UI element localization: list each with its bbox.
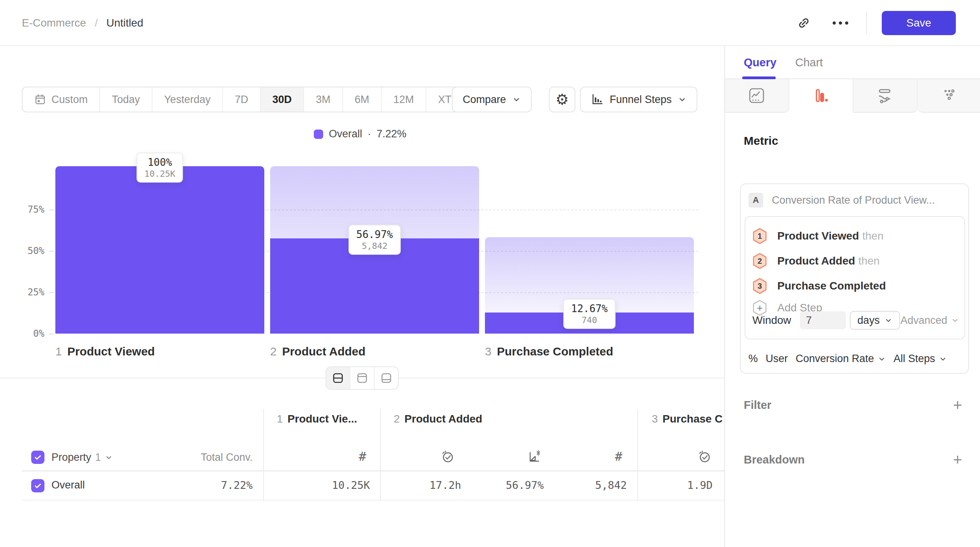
cell-total-conversion: 7.22%: [221, 479, 253, 491]
layout-chart-only-toggle[interactable]: [350, 367, 375, 389]
chart-settings-button[interactable]: ⚙: [549, 87, 575, 112]
compare-button[interactable]: Compare: [452, 87, 532, 112]
conversion-rate-trend-icon[interactable]: [527, 449, 541, 464]
chart-type-line[interactable]: [725, 79, 789, 113]
y-tick: [49, 251, 54, 252]
percent-symbol[interactable]: %: [748, 353, 758, 365]
window-unit-select[interactable]: days: [850, 311, 900, 330]
range-label: Custom: [51, 94, 88, 106]
link-icon: [796, 16, 811, 30]
row-checkbox-overall[interactable]: [31, 479, 44, 492]
measure-metric-label: Conversion Rate: [796, 353, 874, 365]
table-col-step3-header[interactable]: 3 Purchase C: [652, 413, 723, 425]
cell-step3-time: 1.9D: [687, 479, 713, 491]
select-all-checkbox[interactable]: [31, 451, 44, 464]
range-custom[interactable]: Custom: [23, 87, 100, 112]
breadcrumb-separator: /: [95, 17, 98, 29]
range-3m[interactable]: 3M: [304, 87, 343, 112]
tab-query[interactable]: Query: [744, 46, 777, 79]
table-header-border: [22, 471, 724, 471]
legend-swatch: [314, 130, 323, 139]
y-tick: [49, 210, 54, 210]
table-col-step1-header[interactable]: 1 Product Vie...: [277, 413, 357, 425]
save-button[interactable]: Save: [882, 11, 956, 35]
advanced-toggle[interactable]: Advanced: [900, 314, 959, 327]
range-label: 7D: [235, 94, 248, 106]
time-to-convert-icon[interactable]: [697, 449, 711, 464]
report-main: Custom Today Yesterday 7D 30D 3M 6M 12M …: [0, 46, 724, 547]
cell-step2-rate: 56.97%: [506, 479, 544, 491]
query-step-2[interactable]: 2 Product Added then: [752, 253, 880, 269]
metric-card: A Conversion Rate of Product View... 1 P…: [740, 183, 969, 374]
y-tick-label-75: 75%: [17, 204, 44, 215]
measure-metric-select[interactable]: Conversion Rate: [796, 353, 886, 365]
add-breakdown-button[interactable]: +: [953, 452, 962, 467]
range-label: Yesterday: [164, 94, 211, 106]
breadcrumb-current[interactable]: Untitled: [106, 17, 143, 29]
metric-series-row[interactable]: A Conversion Rate of Product View...: [748, 193, 935, 208]
row-label-overall[interactable]: Overall: [51, 479, 85, 491]
check-icon: [34, 481, 42, 490]
top-actions: Save: [793, 0, 956, 46]
range-today[interactable]: Today: [100, 87, 152, 112]
calendar-icon: [34, 94, 46, 105]
funnel-steps-icon: [591, 93, 603, 106]
query-step-1[interactable]: 1 Product Viewed then: [752, 228, 884, 244]
window-value-input[interactable]: [800, 311, 846, 329]
table-column-divider: [380, 409, 381, 501]
property-selector[interactable]: Property 1: [51, 451, 113, 464]
time-to-convert-icon[interactable]: [440, 449, 455, 464]
table-col-step2-header[interactable]: 2 Product Added: [394, 413, 482, 425]
table-column-divider: [637, 409, 638, 501]
chevron-down-icon: [884, 316, 892, 324]
header-divider: [866, 12, 867, 34]
chart-type-funnel-selected[interactable]: [789, 79, 854, 113]
measure-scope-select[interactable]: All Steps: [893, 353, 947, 365]
chart-type-flow[interactable]: [853, 79, 918, 113]
add-filter-button[interactable]: +: [953, 397, 962, 413]
tooltip-count: 5,842: [356, 241, 393, 251]
total-conversion-header[interactable]: Total Conv.: [201, 451, 253, 464]
active-tab-underline: [742, 76, 776, 79]
legend-value: 7.22%: [377, 128, 407, 140]
view-type-select[interactable]: Funnel Steps: [580, 87, 697, 112]
funnel-bar-step1[interactable]: [55, 166, 264, 334]
range-label: 6M: [355, 94, 370, 106]
count-metric-icon[interactable]: #: [359, 449, 366, 464]
count-metric-icon[interactable]: #: [615, 449, 622, 464]
step-suffix: then: [862, 230, 884, 242]
step-event-name: Product Viewed: [777, 230, 859, 242]
step-number: 3: [757, 282, 762, 291]
share-link-button[interactable]: [793, 12, 815, 34]
cell-step2-time: 17.2h: [430, 479, 461, 491]
measure-row: % User Conversion Rate All Steps: [748, 353, 947, 365]
range-7d[interactable]: 7D: [223, 87, 261, 112]
measure-scope-label: All Steps: [893, 353, 935, 365]
x-label-step1: 1 Product Viewed: [55, 345, 155, 358]
layout-table-only-toggle[interactable]: [375, 367, 398, 389]
col-number: 2: [394, 413, 400, 425]
tooltip-count: 740: [571, 315, 608, 325]
more-menu-button[interactable]: [830, 12, 851, 34]
range-yesterday[interactable]: Yesterday: [152, 87, 223, 112]
chart-type-strip: [725, 79, 980, 113]
breadcrumb-parent[interactable]: E-Commerce: [22, 17, 86, 29]
property-index: 1: [95, 451, 101, 464]
cell-step1-count: 10.25K: [332, 479, 370, 491]
check-icon: [34, 453, 42, 462]
chart-legend[interactable]: Overall · 7.22%: [22, 128, 699, 140]
x-label-step3: 3 Purchase Completed: [485, 345, 613, 358]
tab-chart[interactable]: Chart: [795, 46, 823, 79]
measure-entity[interactable]: User: [766, 353, 788, 365]
bar-value-tooltip-step1: 100% 10.25K: [136, 153, 183, 183]
x-label-step2: 2 Product Added: [270, 345, 366, 358]
layout-split-toggle[interactable]: [326, 367, 350, 389]
query-step-3[interactable]: 3 Purchase Completed: [752, 278, 886, 294]
chart-type-scatter[interactable]: [918, 79, 980, 113]
range-12m[interactable]: 12M: [382, 87, 426, 112]
tooltip-count: 10.25K: [144, 169, 175, 179]
range-30d-selected[interactable]: 30D: [261, 87, 304, 112]
conversion-window-row: Window days Advanced: [752, 311, 959, 330]
chevron-down-icon: [678, 95, 686, 104]
range-6m[interactable]: 6M: [343, 87, 382, 112]
